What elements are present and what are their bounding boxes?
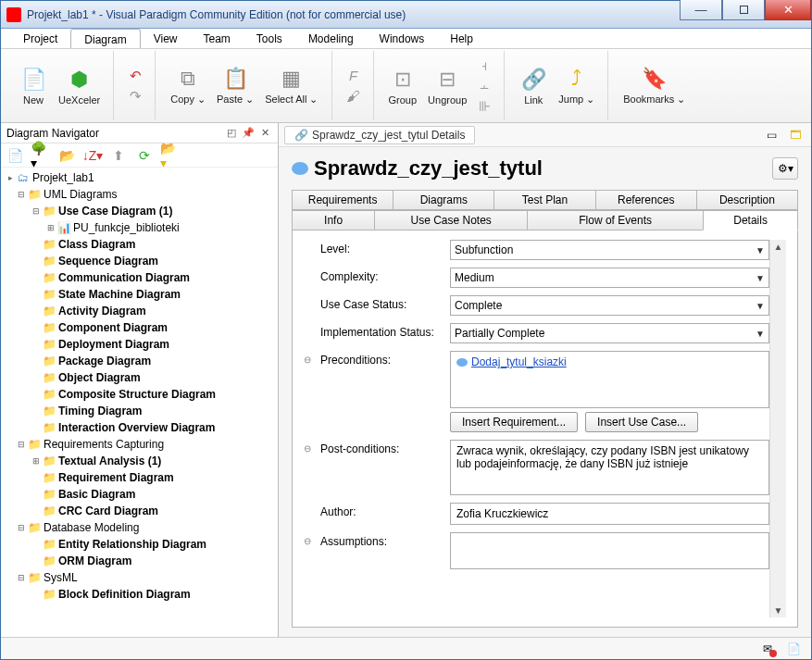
align-button-1[interactable]: ⫞ <box>476 57 493 74</box>
nav-expand-icon[interactable]: 📂 <box>56 146 77 165</box>
align-button-2[interactable]: ⫠ <box>476 78 493 94</box>
tree-item[interactable]: 📁Basic Diagram <box>3 486 278 503</box>
postconditions-field[interactable]: Zwraca wynik, określający, czy podany IS… <box>450 440 769 495</box>
tree-item[interactable]: ▸🗂Projekt_lab1 <box>3 169 278 186</box>
tab-testplan[interactable]: Test Plan <box>493 190 595 210</box>
tree-item[interactable]: ⊞📁Textual Analysis (1) <box>3 453 278 469</box>
tree-item[interactable]: ⊟📁Requirements Capturing <box>3 436 278 453</box>
tree-item[interactable]: 📁Activity Diagram <box>3 303 278 319</box>
menu-diagram[interactable]: Diagram <box>70 29 140 48</box>
undo-button[interactable]: ↶ <box>127 68 144 84</box>
selectall-button[interactable]: ▦ Select All ⌄ <box>259 62 323 109</box>
ungroup-button[interactable]: ⊟ Ungroup <box>422 63 472 109</box>
nav-up-icon[interactable]: ⬆ <box>108 146 129 165</box>
tree-item[interactable]: 📁Entity Relationship Diagram <box>3 536 278 553</box>
paint-button[interactable]: 🖌 <box>345 88 362 105</box>
nav-refresh-icon[interactable]: ⟳ <box>134 146 155 165</box>
tree-item[interactable]: ⊟📁Use Case Diagram (1) <box>3 203 278 219</box>
insert-usecase-button[interactable]: Insert Use Case... <box>585 412 698 432</box>
tree-toggle-icon[interactable]: ⊞ <box>45 223 56 232</box>
settings-button[interactable]: ⚙▾ <box>772 157 798 180</box>
navigator-pin-icon[interactable]: 📌 <box>241 126 256 141</box>
menu-windows[interactable]: Windows <box>367 29 438 48</box>
preconditions-field[interactable]: Dodaj_tytul_ksiazki <box>450 351 769 408</box>
tab-requirements[interactable]: Requirements <box>292 190 394 210</box>
tree-item[interactable]: 📁Object Diagram <box>3 369 278 386</box>
tree-item[interactable]: 📁Deployment Diagram <box>3 336 278 353</box>
maximize-button[interactable] <box>722 0 765 20</box>
tree-item[interactable]: ⊟📁SysML <box>3 569 278 586</box>
minimize-button[interactable]: — <box>680 0 722 20</box>
level-select[interactable]: Subfunction ▼ <box>450 240 769 260</box>
assumptions-field[interactable] <box>450 532 769 569</box>
form-scrollbar[interactable]: ▲ ▼ <box>769 240 786 617</box>
complexity-select[interactable]: Medium ▼ <box>450 268 769 288</box>
tab-description[interactable]: Description <box>696 190 798 210</box>
tree-toggle-icon[interactable]: ⊞ <box>31 456 42 466</box>
paste-button[interactable]: 📋 Paste ⌄ <box>211 62 259 109</box>
tree-item[interactable]: 📁Communication Diagram <box>3 269 278 286</box>
tree-item[interactable]: ⊞📊PU_funkcje_biblioteki <box>3 219 278 236</box>
breadcrumb-window-icon[interactable]: 🗔 <box>785 126 806 144</box>
tab-references[interactable]: References <box>595 190 697 210</box>
tree-toggle-icon[interactable]: ⊟ <box>16 573 27 582</box>
nav-tree-icon[interactable]: 🌳▾ <box>31 146 51 165</box>
nav-open-icon[interactable]: 📂▾ <box>160 146 181 165</box>
menu-view[interactable]: View <box>141 29 191 48</box>
tree-item[interactable]: 📁Requirement Diagram <box>3 469 278 486</box>
navigator-close-icon[interactable]: ✕ <box>257 126 272 141</box>
menu-tools[interactable]: Tools <box>244 29 295 48</box>
tree-toggle-icon[interactable]: ⊟ <box>16 440 27 449</box>
tree-item[interactable]: 📁ORM Diagram <box>3 553 278 569</box>
tab-usecasenotes[interactable]: Use Case Notes <box>374 210 528 230</box>
impl-select[interactable]: Partially Complete ▼ <box>450 323 769 343</box>
tree-item[interactable]: 📁Block Definition Diagram <box>3 586 278 603</box>
tree-scroll[interactable]: ▸🗂Projekt_lab1⊟📁UML Diagrams⊟📁Use Case D… <box>3 169 278 635</box>
group-button[interactable]: ⊡ Group <box>383 63 423 109</box>
nav-new-icon[interactable]: 📄 <box>5 146 25 165</box>
format-button[interactable]: F <box>345 68 362 84</box>
tree-item[interactable]: 📁Interaction Overview Diagram <box>3 419 278 436</box>
jump-button[interactable]: ⤴ Jump ⌄ <box>553 62 600 109</box>
precondition-link[interactable]: Dodaj_tytul_ksiazki <box>456 355 567 368</box>
tree-item[interactable]: 📁Component Diagram <box>3 319 278 336</box>
tree-item[interactable]: 📁Package Diagram <box>3 353 278 369</box>
menu-project[interactable]: Project <box>10 29 70 48</box>
tree-item[interactable]: 📁Class Diagram <box>3 236 278 253</box>
menu-team[interactable]: Team <box>191 29 244 48</box>
navigator-dock-icon[interactable]: ◰ <box>224 126 239 141</box>
insert-requirement-button[interactable]: Insert Requirement... <box>450 412 578 432</box>
tree-item[interactable]: 📁Sequence Diagram <box>3 253 278 269</box>
scroll-up-icon[interactable]: ▲ <box>774 242 783 252</box>
bookmarks-button[interactable]: 🔖 Bookmarks ⌄ <box>618 62 691 109</box>
tree-item[interactable]: 📁Composite Structure Diagram <box>3 386 278 403</box>
uexceler-button[interactable]: ⬢ UeXceler <box>53 63 106 109</box>
tab-info[interactable]: Info <box>292 210 375 230</box>
status-select[interactable]: Complete ▼ <box>450 295 769 316</box>
note-status-icon[interactable]: 📄 <box>785 641 802 656</box>
collapse-icon[interactable]: ⊖ <box>304 355 311 365</box>
new-button[interactable]: 📄 New <box>14 63 53 109</box>
tab-diagrams[interactable]: Diagrams <box>393 190 494 210</box>
tab-details[interactable]: Details <box>703 210 798 230</box>
align-button-3[interactable]: ⊪ <box>476 98 493 115</box>
tree-toggle-icon[interactable]: ▸ <box>5 173 16 182</box>
tree-item[interactable]: ⊟📁UML Diagrams <box>3 186 278 203</box>
redo-button[interactable]: ↷ <box>127 88 144 105</box>
breadcrumb-layout-icon[interactable]: ▭ <box>761 126 781 144</box>
scroll-down-icon[interactable]: ▼ <box>774 605 783 616</box>
author-field[interactable]: Zofia Kruczkiewicz <box>450 503 769 525</box>
tree-toggle-icon[interactable]: ⊟ <box>16 190 27 199</box>
tree-toggle-icon[interactable]: ⊟ <box>16 523 27 532</box>
tab-flowofevents[interactable]: Flow of Events <box>527 210 704 230</box>
menu-help[interactable]: Help <box>437 29 486 48</box>
link-button[interactable]: 🔗 Link <box>514 63 553 109</box>
tree-item[interactable]: 📁Timing Diagram <box>3 403 278 419</box>
tree-item[interactable]: ⊟📁Database Modeling <box>3 519 278 536</box>
breadcrumb-item[interactable]: 🔗 Sprawdz_czy_jest_tytul Details <box>284 126 475 144</box>
close-button[interactable]: ✕ <box>765 0 811 20</box>
collapse-icon[interactable]: ⊖ <box>304 443 311 454</box>
mail-status-icon[interactable]: ✉ <box>759 641 776 656</box>
menu-modeling[interactable]: Modeling <box>295 29 367 48</box>
nav-sort-icon[interactable]: ↓Z▾ <box>82 146 103 165</box>
